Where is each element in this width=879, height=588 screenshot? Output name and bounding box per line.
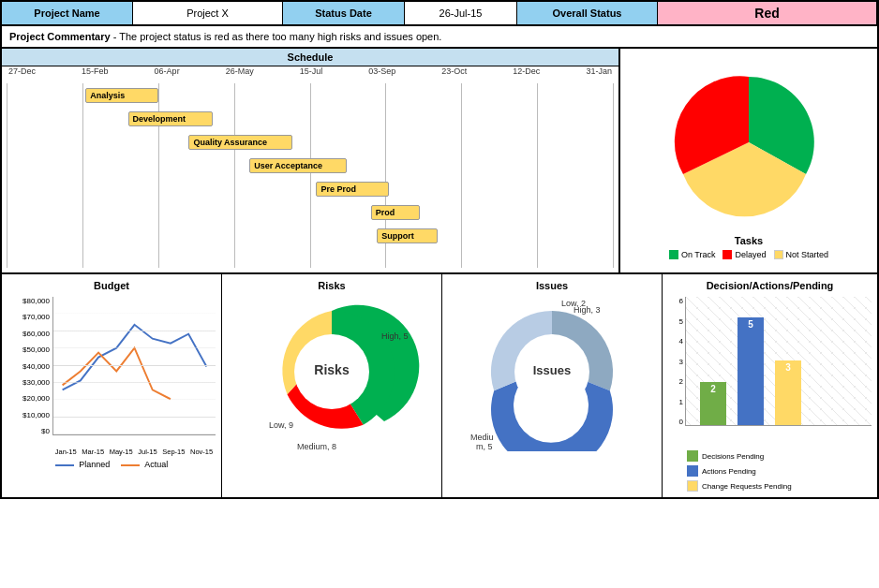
gantt-bar-support: Support	[377, 228, 438, 243]
risks-svg: Risks High, 5 Low, 9 Medium, 8	[243, 292, 421, 451]
commentary: Project Commentary - The project status …	[2, 26, 877, 49]
risks-center-text: Risks	[314, 362, 350, 377]
overall-status-label: Overall Status	[517, 2, 658, 24]
commentary-text: - The project status is red as there too…	[111, 31, 442, 42]
gantt-bar-preprod: Pre Prod	[316, 182, 389, 197]
budget-x-labels: Jan-15 Mar-15 May-15 Jul-15 Sep-15 Nov-1…	[52, 448, 216, 456]
tasks-legend: On Track Delayed Not Started	[669, 250, 828, 259]
header-row: Project Name Project X Status Date 26-Ju…	[2, 2, 877, 26]
gantt-bar-prod: Prod	[371, 205, 420, 220]
issues-svg: Issues High, 3 Mediu m, 5 Low, 2	[463, 292, 641, 451]
svg-text:m, 5: m, 5	[476, 442, 493, 451]
project-name-label: Project Name	[2, 2, 133, 24]
bar-actions: 5	[737, 317, 764, 425]
svg-text:Issues: Issues	[533, 363, 571, 377]
project-name-value: Project X	[133, 2, 283, 24]
dashboard: Project Name Project X Status Date 26-Ju…	[0, 0, 879, 499]
legend-actions: Actions Pending	[687, 465, 872, 477]
gantt-bar-analysis: Analysis	[85, 88, 158, 103]
tasks-pie-chart	[655, 63, 842, 231]
project-name-label-text: Project Name	[34, 7, 99, 19]
overall-status-value: Red	[658, 2, 877, 24]
issues-panel: Issues	[442, 274, 663, 497]
commentary-label: Project Commentary	[9, 31, 111, 42]
legend-change-requests: Change Requests Pending	[687, 480, 872, 492]
gantt-grid: Analysis Development Quality Assurance U…	[7, 83, 614, 268]
svg-text:Low, 2: Low, 2	[561, 299, 586, 308]
svg-text:Medium, 8: Medium, 8	[297, 442, 336, 451]
budget-y-axis: $80,000 $70,000 $60,000 $50,000 $40,000 …	[7, 297, 52, 435]
legend-delayed: Delayed	[723, 250, 766, 259]
schedule-panel: Schedule 27-Dec 15-Feb 06-Apr 26-May 15-…	[2, 49, 620, 272]
gantt-area: 27-Dec 15-Feb 06-Apr 26-May 15-Jul 03-Se…	[2, 66, 618, 272]
decisions-chart: 6 5 4 3 2 1 0 2 5 3	[668, 297, 872, 447]
risks-panel: Risks	[222, 274, 442, 497]
status-date-label: Status Date	[283, 2, 405, 24]
legend-notstarted-dot	[774, 250, 783, 259]
legend-delayed-dot	[723, 250, 732, 259]
issues-title: Issues	[448, 280, 656, 291]
decisions-title: Decision/Actions/Pending	[668, 280, 872, 291]
svg-text:Mediu: Mediu	[470, 433, 494, 442]
svg-text:Low, 9: Low, 9	[269, 420, 293, 430]
legend-ontrack: On Track	[669, 250, 716, 259]
budget-plot	[52, 297, 216, 435]
bar-decisions: 2	[700, 382, 726, 425]
decisions-y-axis: 6 5 4 3 2 1 0	[668, 297, 685, 426]
budget-panel: Budget $80,000 $70,000 $60,000 $50,000 $…	[2, 274, 222, 497]
decisions-plot: 2 5 3	[685, 297, 872, 426]
legend-notstarted: Not Started	[774, 250, 829, 259]
schedule-title: Schedule	[2, 49, 618, 66]
gantt-bar-qa: Quality Assurance	[188, 135, 291, 150]
tasks-panel: Tasks On Track Delayed Not Started	[620, 49, 877, 272]
budget-chart: $80,000 $70,000 $60,000 $50,000 $40,000 …	[7, 297, 216, 456]
risks-donut: Risks High, 5 Low, 9 Medium, 8	[228, 297, 436, 447]
gantt-bar-development: Development	[128, 111, 214, 126]
legend-ontrack-dot	[669, 250, 678, 259]
issues-donut-group: Issues	[491, 311, 613, 451]
svg-text:High, 5: High, 5	[381, 331, 409, 341]
bar-change: 3	[775, 360, 801, 425]
status-date-value: 26-Jul-15	[405, 2, 517, 24]
budget-planned-legend: Planned	[55, 460, 111, 469]
risks-title: Risks	[228, 280, 436, 291]
gantt-bar-uat: User Acceptance	[249, 158, 347, 173]
budget-title: Budget	[7, 280, 216, 291]
middle-section: Schedule 27-Dec 15-Feb 06-Apr 26-May 15-…	[2, 49, 877, 274]
budget-actual-legend: Actual	[121, 460, 168, 469]
budget-legend: Planned Actual	[7, 460, 216, 469]
tasks-chart-title: Tasks	[735, 235, 763, 246]
bottom-section: Budget $80,000 $70,000 $60,000 $50,000 $…	[2, 274, 877, 497]
decisions-panel: Decision/Actions/Pending 6 5 4 3 2 1 0	[663, 274, 877, 497]
decisions-legend: Decisions Pending Actions Pending Change…	[687, 450, 872, 492]
gantt-dates: 27-Dec 15-Feb 06-Apr 26-May 15-Jul 03-Se…	[7, 66, 614, 76]
legend-decisions: Decisions Pending	[687, 450, 872, 462]
issues-donut: Issues High, 3 Mediu m, 5 Low, 2	[448, 297, 656, 447]
